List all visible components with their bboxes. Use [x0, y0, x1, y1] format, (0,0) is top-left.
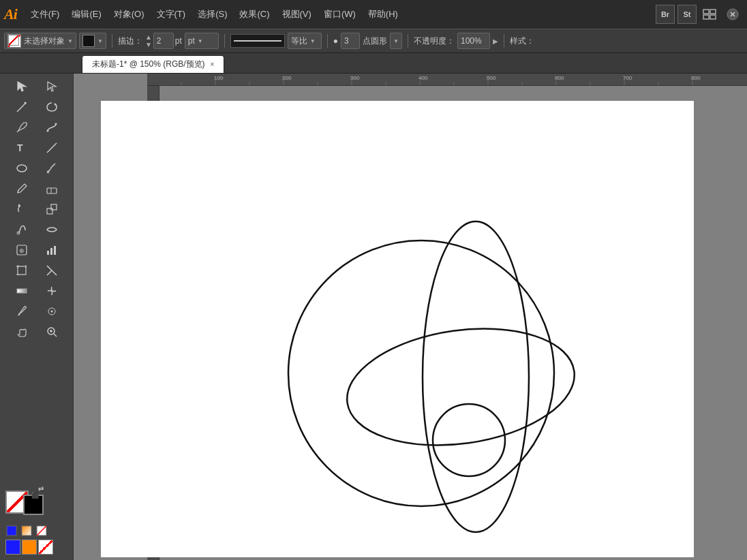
- canvas-area[interactable]: 100 200 300 400 500 600: [74, 74, 747, 560]
- reshape-tool[interactable]: [38, 220, 65, 239]
- fill-color-swatch[interactable]: [7, 34, 21, 48]
- left-toolbar: T: [0, 74, 74, 560]
- eyedropper-tool[interactable]: [8, 302, 35, 321]
- stroke-unit: pt: [175, 36, 182, 46]
- stroke-unit-selector[interactable]: pt ▼: [185, 33, 219, 49]
- type-tool[interactable]: T: [8, 138, 35, 157]
- menu-edit[interactable]: 编辑(E): [66, 5, 106, 23]
- artboard-tool[interactable]: [8, 261, 35, 280]
- document-canvas[interactable]: [101, 101, 694, 557]
- svg-point-87: [433, 404, 505, 476]
- warp-tool[interactable]: [8, 220, 35, 239]
- svg-rect-2: [703, 15, 709, 19]
- ellipse-tool[interactable]: [8, 159, 35, 178]
- object-selector[interactable]: 未选择对象 ▼: [4, 33, 76, 49]
- stroke-color-selector[interactable]: ▼: [79, 33, 106, 49]
- none-fill-icon[interactable]: [35, 525, 48, 537]
- style-label: 样式：: [510, 35, 534, 47]
- bridge-button[interactable]: Br: [656, 5, 675, 24]
- mesh-tool[interactable]: [38, 281, 65, 300]
- tool-row-magic: [0, 97, 73, 117]
- slice-tool[interactable]: [38, 261, 65, 280]
- svg-line-38: [54, 334, 57, 337]
- chart-tool[interactable]: [38, 240, 65, 260]
- gradient-tool[interactable]: [8, 281, 35, 300]
- close-app-icon[interactable]: [722, 4, 743, 25]
- svg-text:100: 100: [214, 75, 224, 81]
- menu-effect[interactable]: 效果(C): [234, 5, 275, 23]
- bottom-color-row: [5, 540, 67, 555]
- tool-row-pen: [0, 117, 73, 138]
- drawing-surface[interactable]: [128, 128, 721, 560]
- stroke-color-box[interactable]: [82, 35, 95, 47]
- scale-tool[interactable]: [38, 200, 65, 219]
- tool-row-dropper: [0, 301, 73, 322]
- lasso-tool[interactable]: [38, 97, 65, 116]
- hand-tool[interactable]: [8, 322, 35, 341]
- svg-text:700: 700: [623, 75, 632, 81]
- menu-text[interactable]: 文字(T): [151, 5, 192, 23]
- menu-window[interactable]: 窗口(W): [318, 5, 361, 23]
- stroke-spinner[interactable]: ▲▼: [145, 33, 152, 48]
- pencil-tool[interactable]: [8, 179, 35, 198]
- opacity-input[interactable]: 100%: [457, 33, 490, 49]
- stroke-type-arrow: ▼: [310, 38, 316, 44]
- tool-row-select: [0, 76, 73, 97]
- object-label: 未选择对象: [24, 35, 65, 47]
- stroke-label: 描边：: [118, 35, 142, 47]
- svg-rect-25: [47, 251, 49, 255]
- menu-help[interactable]: 帮助(H): [363, 5, 403, 23]
- solid-color-icon[interactable]: [5, 525, 18, 537]
- svg-rect-20: [47, 208, 52, 214]
- color-mode-row: [5, 525, 67, 537]
- tool-row-rotate: [0, 199, 73, 219]
- divider-1: [112, 34, 112, 48]
- color-swatch-orange[interactable]: [22, 540, 37, 555]
- point-value-input[interactable]: 3: [341, 33, 360, 49]
- workspace-switcher[interactable]: [699, 4, 720, 25]
- tab-document[interactable]: 未标题-1* @ 150% (RGB/预览) ×: [82, 55, 224, 73]
- selection-tool[interactable]: [8, 77, 35, 96]
- default-colors-icon[interactable]: ⬛: [31, 492, 39, 499]
- color-swatch-none[interactable]: [38, 540, 53, 555]
- menu-file[interactable]: 文件(F): [25, 5, 65, 23]
- rotate-tool[interactable]: [8, 200, 35, 219]
- stock-button[interactable]: St: [677, 5, 697, 24]
- color-section: ⇄ ⬛: [0, 482, 73, 557]
- svg-rect-3: [710, 15, 716, 19]
- svg-line-10: [17, 131, 18, 132]
- svg-point-84: [288, 240, 554, 506]
- swap-colors-icon[interactable]: ⇄: [38, 485, 44, 493]
- svg-line-7: [17, 104, 25, 112]
- menu-view[interactable]: 视图(V): [277, 5, 317, 23]
- stroke-type-selector[interactable]: 等比 ▼: [288, 33, 322, 49]
- opacity-expand[interactable]: ▶: [493, 37, 498, 45]
- measure-tool[interactable]: [38, 302, 65, 321]
- fill-stroke-area: ⇄ ⬛: [5, 485, 44, 520]
- svg-text:400: 400: [418, 75, 428, 81]
- stroke-width-input[interactable]: 2: [153, 33, 174, 49]
- tab-close-button[interactable]: ×: [211, 61, 215, 68]
- paintbrush-tool[interactable]: [38, 159, 65, 178]
- direct-selection-tool[interactable]: [38, 77, 65, 96]
- svg-point-15: [17, 165, 27, 172]
- svg-line-14: [47, 143, 57, 153]
- line-tool[interactable]: [38, 138, 65, 157]
- point-type-selector[interactable]: ▼: [390, 33, 402, 49]
- tool-row-shape: [0, 158, 73, 178]
- eraser-tool[interactable]: [38, 179, 65, 198]
- magic-wand-tool[interactable]: [8, 97, 35, 116]
- svg-point-86: [339, 315, 582, 458]
- zoom-tool[interactable]: [38, 322, 65, 341]
- curvature-tool[interactable]: [38, 118, 65, 137]
- pen-tool[interactable]: [8, 118, 35, 137]
- menu-select[interactable]: 选择(S): [192, 5, 232, 23]
- symbol-tool[interactable]: ⊕: [8, 240, 35, 260]
- svg-rect-42: [22, 526, 31, 535]
- color-swatch-blue[interactable]: [5, 540, 20, 555]
- stroke-style-preview[interactable]: [230, 34, 285, 48]
- svg-text:600: 600: [555, 75, 564, 81]
- menu-object[interactable]: 对象(O): [108, 5, 150, 23]
- gradient-fill-icon[interactable]: [20, 525, 33, 537]
- point-desc: 点圆形: [363, 35, 387, 47]
